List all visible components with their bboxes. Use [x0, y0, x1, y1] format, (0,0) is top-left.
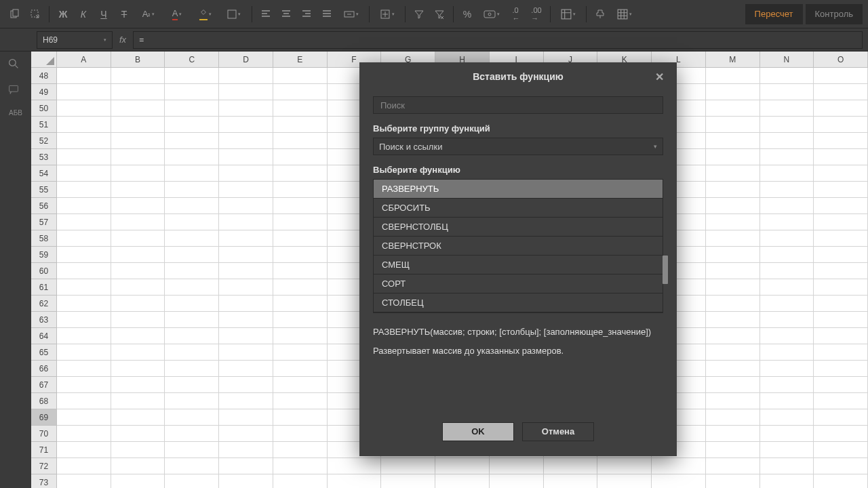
cell[interactable]	[490, 458, 544, 474]
cell[interactable]	[760, 214, 814, 230]
function-list-item[interactable]: СБРОСИТЬ	[374, 199, 663, 218]
cell[interactable]	[706, 474, 760, 488]
cell[interactable]	[760, 409, 814, 426]
cell[interactable]	[165, 198, 219, 214]
cell[interactable]	[57, 100, 111, 117]
cell[interactable]	[760, 182, 814, 198]
cell[interactable]	[219, 149, 273, 165]
cell[interactable]	[544, 458, 598, 474]
cell[interactable]	[111, 165, 165, 182]
filter-clear-button[interactable]	[430, 5, 449, 24]
cell[interactable]	[273, 198, 328, 214]
cell[interactable]	[57, 68, 111, 84]
cell[interactable]	[760, 377, 814, 393]
cell[interactable]	[814, 312, 868, 328]
cell[interactable]	[760, 68, 814, 84]
cell[interactable]	[760, 133, 814, 149]
cell[interactable]	[57, 344, 111, 361]
cell[interactable]	[814, 361, 868, 377]
cell[interactable]	[219, 393, 273, 409]
selection-icon[interactable]	[26, 5, 45, 24]
cell[interactable]	[814, 458, 868, 474]
row-header[interactable]: 58	[31, 230, 57, 247]
cell[interactable]	[706, 279, 760, 296]
column-header[interactable]: E	[273, 52, 328, 67]
cell[interactable]	[273, 165, 328, 182]
cell[interactable]	[111, 312, 165, 328]
cell[interactable]	[435, 458, 490, 474]
cell[interactable]	[273, 84, 328, 100]
cell[interactable]	[111, 426, 165, 442]
row-header[interactable]: 62	[31, 296, 57, 312]
cell[interactable]	[273, 133, 328, 149]
cell[interactable]	[165, 409, 219, 426]
cell[interactable]	[219, 409, 273, 426]
function-list-item[interactable]: СВЕРНСТРОК	[374, 237, 663, 256]
cell[interactable]	[814, 117, 868, 133]
cell[interactable]	[165, 344, 219, 361]
cell[interactable]	[273, 312, 328, 328]
function-list-item[interactable]: СТОЛБЕЦ	[374, 293, 663, 312]
cell[interactable]	[760, 100, 814, 117]
cell[interactable]	[219, 458, 273, 474]
cell[interactable]	[814, 149, 868, 165]
cell[interactable]	[273, 182, 328, 198]
cell[interactable]	[597, 458, 652, 474]
cell[interactable]	[111, 198, 165, 214]
row-header[interactable]: 56	[31, 198, 57, 214]
cell[interactable]	[760, 198, 814, 214]
cell[interactable]	[760, 84, 814, 100]
scrollbar-thumb[interactable]	[663, 256, 668, 284]
cell[interactable]	[111, 214, 165, 230]
cell[interactable]	[814, 182, 868, 198]
cell[interactable]	[57, 149, 111, 165]
cell[interactable]	[165, 361, 219, 377]
cell[interactable]	[219, 198, 273, 214]
function-search-input[interactable]	[373, 96, 663, 114]
cell[interactable]	[111, 361, 165, 377]
cell[interactable]	[219, 426, 273, 442]
cell[interactable]	[273, 344, 328, 361]
cell[interactable]	[57, 377, 111, 393]
cell[interactable]	[57, 263, 111, 279]
cell[interactable]	[111, 230, 165, 247]
italic-button[interactable]: К	[74, 5, 93, 24]
cell[interactable]	[165, 247, 219, 263]
cell[interactable]	[760, 474, 814, 488]
cell[interactable]	[706, 328, 760, 344]
cell[interactable]	[165, 214, 219, 230]
cell[interactable]	[273, 247, 328, 263]
increase-decimal-button[interactable]: .0←	[507, 5, 526, 24]
borders-button[interactable]: ▾	[220, 5, 248, 24]
cell[interactable]	[57, 458, 111, 474]
cell[interactable]	[219, 377, 273, 393]
cell[interactable]	[165, 100, 219, 117]
column-header[interactable]: C	[165, 52, 219, 67]
cell[interactable]	[706, 377, 760, 393]
cell[interactable]	[814, 344, 868, 361]
cell[interactable]	[165, 377, 219, 393]
function-group-select[interactable]: Поиск и ссылки▾	[373, 138, 663, 155]
cell[interactable]	[165, 117, 219, 133]
cell[interactable]	[273, 214, 328, 230]
cell[interactable]	[814, 393, 868, 409]
spellcheck-icon[interactable]: АБВ	[8, 110, 23, 125]
cell[interactable]	[273, 117, 328, 133]
cell[interactable]	[165, 312, 219, 328]
cell[interactable]	[111, 393, 165, 409]
function-list-item[interactable]: РАЗВЕРНУТЬ	[374, 180, 663, 199]
cell[interactable]	[328, 458, 382, 474]
cell[interactable]	[273, 458, 328, 474]
cell[interactable]	[57, 84, 111, 100]
cell[interactable]	[814, 296, 868, 312]
cell[interactable]	[652, 458, 706, 474]
ok-button[interactable]: OK	[442, 422, 514, 441]
cell[interactable]	[57, 117, 111, 133]
row-header[interactable]: 70	[31, 426, 57, 442]
cell[interactable]	[814, 426, 868, 442]
cell[interactable]	[760, 344, 814, 361]
function-list[interactable]: РАЗВЕРНУТЬСБРОСИТЬСВЕРНСТОЛБЦСВЕРНСТРОКС…	[373, 179, 663, 313]
table-button[interactable]: ▾	[555, 5, 582, 24]
row-header[interactable]: 67	[31, 377, 57, 393]
cell[interactable]	[57, 474, 111, 488]
